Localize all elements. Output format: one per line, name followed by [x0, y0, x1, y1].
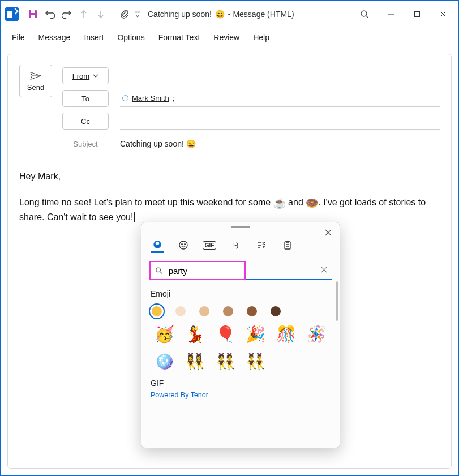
redo-button[interactable]	[59, 6, 75, 22]
emoji-search-row	[149, 261, 332, 280]
skin-tone-5[interactable]	[271, 306, 281, 316]
tab-emoji[interactable]	[177, 237, 190, 253]
maximize-button[interactable]	[404, 5, 430, 23]
message-body[interactable]: Hey Mark, Long time no see! Let's plan t…	[19, 170, 440, 224]
menu-file[interactable]: File	[5, 29, 32, 45]
svg-rect-4	[415, 12, 420, 17]
tab-symbols[interactable]	[255, 237, 268, 253]
emoji-result-4[interactable]: 🎊	[276, 324, 295, 344]
body-line2: Long time no see! Let's plan to meet up …	[19, 196, 440, 224]
quick-access-dropdown[interactable]	[134, 6, 141, 22]
attach-file-button[interactable]	[117, 6, 132, 22]
emoji-result-0[interactable]: 🥳	[155, 324, 174, 344]
cc-field[interactable]	[120, 113, 440, 130]
section-emoji-title: Emoji	[141, 280, 340, 302]
clear-search-button[interactable]	[321, 265, 327, 275]
cc-button[interactable]: Cc	[62, 113, 109, 130]
emoji-grid: 🥳💃🎈🎉🎊🪅🪩👯‍♀️👯👯‍♂️	[141, 319, 340, 373]
panel-close-button[interactable]	[323, 227, 334, 238]
menu-message[interactable]: Message	[32, 29, 78, 45]
menu-help[interactable]: Help	[246, 29, 276, 45]
tab-clipboard[interactable]	[281, 237, 294, 253]
menu-insert[interactable]: Insert	[77, 29, 110, 45]
svg-point-10	[156, 268, 161, 272]
tenor-link[interactable]: Powered By Tenor	[151, 391, 331, 399]
menu-bar: File Message Insert Options Format Text …	[1, 28, 458, 47]
prev-item-button[interactable]	[76, 6, 92, 22]
content-area: Send From To	[1, 47, 458, 475]
emoji-result-9[interactable]: 👯‍♂️	[246, 351, 265, 371]
skin-tone-3[interactable]	[223, 306, 233, 316]
skin-tone-0[interactable]	[152, 306, 162, 316]
emoji-result-1[interactable]: 💃	[185, 324, 204, 344]
emoji-results: Emoji 🥳💃🎈🎉🎊🪅🪩👯‍♀️👯👯‍♂️ GIF Powered By Te…	[141, 280, 340, 399]
to-button[interactable]: To	[62, 90, 109, 107]
body-pre: Long time no see! Let's plan to meet up …	[19, 198, 273, 207]
undo-button[interactable]	[42, 6, 58, 22]
body-mid: and	[286, 198, 306, 207]
save-button[interactable]	[25, 6, 41, 22]
emoji-result-3[interactable]: 🎉	[246, 324, 265, 344]
donut-emoji: 🍩	[306, 198, 318, 209]
title-suffix: - Message (HTML)	[228, 10, 294, 19]
title-emoji: 😄	[215, 10, 225, 19]
svg-rect-2	[31, 15, 35, 18]
skin-tone-2[interactable]	[199, 306, 209, 316]
titlebar: Catching up soon! 😄 - Message (HTML)	[1, 1, 458, 28]
from-button[interactable]: From	[62, 67, 109, 84]
to-field[interactable]: Mark Smith;	[120, 90, 440, 107]
emoji-search-underline	[246, 261, 332, 280]
skin-tone-row	[141, 302, 340, 319]
chevron-down-icon	[93, 73, 98, 79]
svg-rect-1	[31, 10, 35, 13]
recipient-name: Mark Smith	[132, 94, 169, 102]
send-button[interactable]: Send	[19, 65, 52, 97]
skin-tone-4[interactable]	[247, 306, 257, 316]
emoji-result-7[interactable]: 👯‍♀️	[185, 351, 204, 371]
compose-header: Send From To	[19, 65, 440, 155]
scrollbar[interactable]	[336, 281, 338, 321]
outlook-app-icon	[5, 7, 19, 21]
close-window-button[interactable]	[430, 5, 456, 23]
emoji-result-8[interactable]: 👯	[216, 351, 235, 371]
drag-handle[interactable]	[141, 222, 340, 231]
body-line1: Hey Mark,	[19, 170, 440, 183]
emoji-result-5[interactable]: 🪅	[307, 324, 326, 344]
recipient-chip[interactable]: Mark Smith;	[122, 94, 174, 102]
text-cursor	[134, 212, 135, 222]
emoji-picker-panel: GIF ;-)	[141, 222, 340, 448]
skin-tone-1[interactable]	[175, 306, 186, 316]
subject-emoji: 😄	[186, 139, 196, 148]
svg-point-5	[179, 241, 187, 249]
svg-point-3	[361, 11, 367, 16]
window-title: Catching up soon! 😄 - Message (HTML)	[148, 10, 294, 19]
outlook-message-window: Catching up soon! 😄 - Message (HTML) Fil…	[0, 0, 459, 476]
send-label: Send	[27, 83, 44, 92]
subject-text: Catching up soon!	[120, 139, 184, 148]
emoji-search-box[interactable]	[149, 261, 246, 280]
svg-point-7	[185, 244, 186, 245]
tab-recent[interactable]	[151, 237, 164, 253]
emoji-panel-tabs: GIF ;-)	[141, 231, 340, 253]
menu-options[interactable]: Options	[110, 29, 151, 45]
emoji-search-input[interactable]	[168, 265, 240, 276]
cc-label: Cc	[81, 117, 90, 126]
from-field[interactable]	[120, 67, 440, 84]
compose-card: Send From To	[7, 54, 452, 469]
subject-label: Subject	[62, 140, 109, 148]
tab-gif[interactable]: GIF	[203, 237, 216, 253]
title-main: Catching up soon!	[148, 10, 212, 19]
tab-kaomoji[interactable]: ;-)	[229, 237, 242, 253]
emoji-result-6[interactable]: 🪩	[155, 351, 174, 371]
next-item-button[interactable]	[93, 6, 109, 22]
minimize-button[interactable]	[378, 5, 404, 23]
menu-format-text[interactable]: Format Text	[152, 29, 207, 45]
emoji-result-2[interactable]: 🎈	[216, 324, 235, 344]
search-button[interactable]	[351, 6, 378, 22]
gif-label: GIF	[203, 241, 217, 250]
subject-field[interactable]: Catching up soon! 😄	[120, 135, 440, 152]
menu-review[interactable]: Review	[207, 29, 246, 45]
kaomoji-label: ;-)	[233, 241, 238, 249]
presence-icon	[122, 95, 128, 101]
from-label: From	[72, 72, 89, 80]
